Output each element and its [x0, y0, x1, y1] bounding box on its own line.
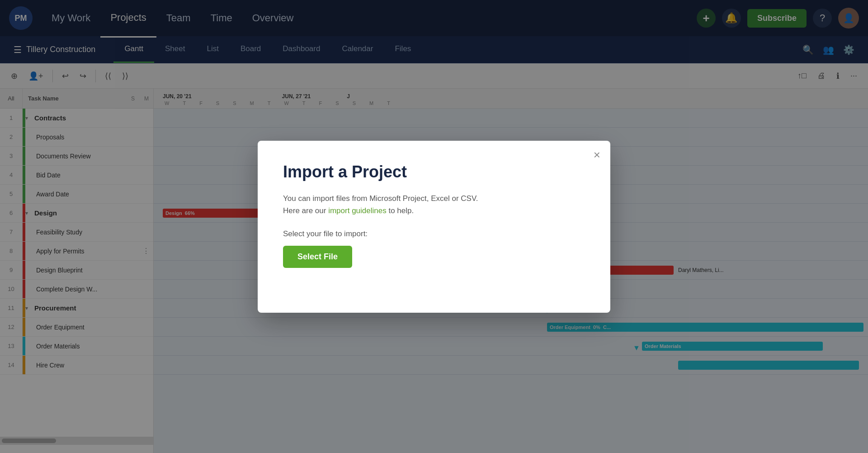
modal-desc-text-2: to help. [387, 206, 414, 215]
modal-close-button[interactable]: × [594, 149, 600, 161]
modal-overlay[interactable]: × Import a Project You can import files … [0, 0, 868, 453]
import-guidelines-link[interactable]: import guidelines [328, 206, 387, 215]
modal-description: You can import files from Microsoft Proj… [283, 192, 585, 217]
import-project-modal: × Import a Project You can import files … [258, 141, 610, 313]
modal-title: Import a Project [283, 162, 585, 181]
select-file-button[interactable]: Select File [283, 246, 352, 268]
modal-select-label: Select your file to import: [283, 229, 585, 238]
